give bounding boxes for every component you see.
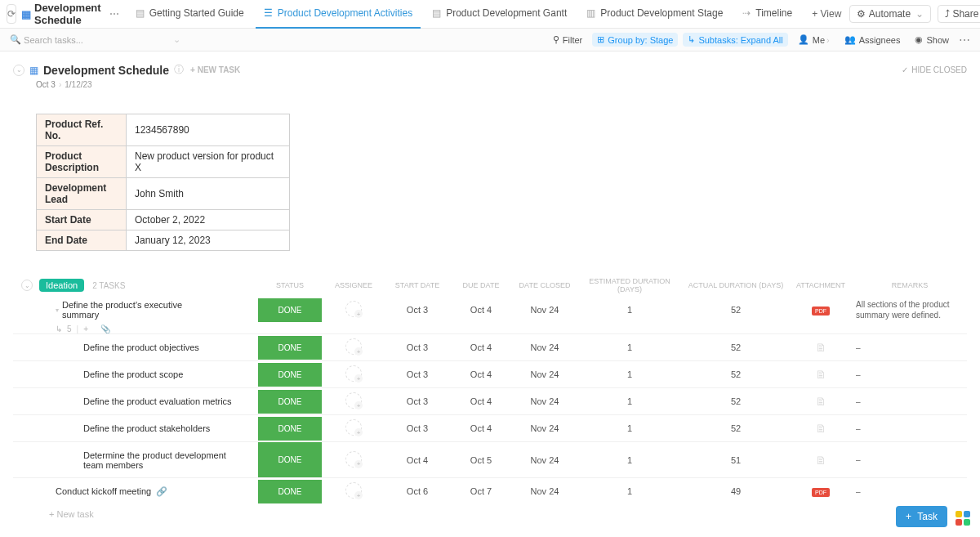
attachment-placeholder-icon[interactable]: 🗎 <box>815 395 826 408</box>
task-row[interactable]: Determine the product development team m… <box>13 441 967 477</box>
collapse-group-toggle[interactable]: ⌄ <box>21 280 33 291</box>
column-header[interactable]: START DATE <box>385 281 449 289</box>
status-cell[interactable]: DONE <box>258 480 322 503</box>
date-closed-cell[interactable]: Nov 24 <box>513 451 577 469</box>
pdf-attachment-icon[interactable]: PDF <box>812 307 830 315</box>
tab-getting-started[interactable]: ▤Getting Started Guide <box>127 0 252 29</box>
new-task-inline-button[interactable]: + New task <box>13 504 967 524</box>
task-row[interactable]: Conduct kickoff meeting🔗 DONE Oct 6 Oct … <box>13 477 967 504</box>
task-name[interactable]: Determine the product development team m… <box>13 446 258 474</box>
actual-duration-cell[interactable]: 52 <box>683 365 789 383</box>
task-row[interactable]: Define the product stakeholders DONE Oct… <box>13 414 967 441</box>
actual-duration-cell[interactable]: 52 <box>683 419 789 437</box>
tab-product-dev-activities[interactable]: ☰Product Development Activities <box>256 0 421 29</box>
add-assignee-icon[interactable] <box>345 301 362 317</box>
tab-product-dev-gantt[interactable]: ▤Product Development Gantt <box>424 0 575 29</box>
new-task-button[interactable]: + NEW TASK <box>190 65 240 74</box>
filter-button[interactable]: ⚲Filter <box>548 33 587 47</box>
column-header[interactable]: ASSIGNEE <box>322 281 385 289</box>
estimated-duration-cell[interactable]: 1 <box>577 392 683 410</box>
remarks-cell[interactable]: – <box>853 482 967 501</box>
actual-duration-cell[interactable]: 52 <box>683 392 789 410</box>
date-closed-cell[interactable]: Nov 24 <box>513 365 577 383</box>
actual-duration-cell[interactable]: 52 <box>683 338 789 356</box>
tab-timeline[interactable]: ⇢Timeline <box>734 0 800 29</box>
group-header[interactable]: ⌄ Research 4 TASKS <box>13 534 258 537</box>
add-assignee-icon[interactable] <box>345 482 362 499</box>
estimated-duration-cell[interactable]: 1 <box>577 365 683 383</box>
more-button[interactable]: ⋯ <box>959 34 970 47</box>
task-row[interactable]: Define the product objectives DONE Oct 3… <box>13 333 967 360</box>
group-by-button[interactable]: ⊞Group by: Stage <box>592 33 678 47</box>
task-row[interactable]: Define the product scope DONE Oct 3 Oct … <box>13 360 967 387</box>
due-date-cell[interactable]: Oct 4 <box>449 301 513 319</box>
automate-button[interactable]: ⚙ Automate⌄ <box>849 5 931 23</box>
due-date-cell[interactable]: Oct 4 <box>449 392 513 410</box>
column-header[interactable]: ATTACHMENT <box>789 281 853 289</box>
assignee-cell[interactable] <box>322 478 385 504</box>
due-date-cell[interactable]: Oct 5 <box>449 451 513 469</box>
due-date-cell[interactable]: Oct 4 <box>449 365 513 383</box>
attachment-cell[interactable]: PDF <box>789 301 853 320</box>
add-assignee-icon[interactable] <box>345 392 362 409</box>
list-more-button[interactable]: ⋯ <box>105 8 124 20</box>
remarks-cell[interactable]: All sections of the product summary were… <box>853 295 967 324</box>
status-cell[interactable]: DONE <box>258 363 322 387</box>
show-button[interactable]: ◉Show <box>910 33 954 47</box>
estimated-duration-cell[interactable]: 1 <box>577 482 683 500</box>
share-button[interactable]: ⤴ Share <box>938 5 980 23</box>
actual-duration-cell[interactable]: 52 <box>683 301 789 319</box>
assignee-cell[interactable] <box>322 415 385 441</box>
due-date-cell[interactable]: Oct 4 <box>449 338 513 356</box>
remarks-cell[interactable]: – <box>853 338 967 357</box>
task-name[interactable]: Define the product stakeholders <box>13 419 258 437</box>
date-closed-cell[interactable]: Nov 24 <box>513 338 577 356</box>
remarks-cell[interactable]: – <box>853 419 967 438</box>
date-closed-cell[interactable]: Nov 24 <box>513 392 577 410</box>
task-row[interactable]: ▾Define the product's executive summary … <box>13 295 967 324</box>
attach-icon[interactable]: 📎 <box>100 324 110 333</box>
reload-button[interactable]: ⟳ <box>7 4 16 24</box>
start-date-cell[interactable]: Oct 3 <box>385 392 449 410</box>
attachment-cell[interactable]: 🗎 <box>789 450 853 471</box>
start-date-cell[interactable]: Oct 4 <box>385 451 449 469</box>
estimated-duration-cell[interactable]: 1 <box>577 338 683 356</box>
task-row[interactable]: Define the product evaluation metrics DO… <box>13 387 967 414</box>
start-date-cell[interactable]: Oct 3 <box>385 365 449 383</box>
attachment-placeholder-icon[interactable]: 🗎 <box>815 368 826 381</box>
start-date-cell[interactable]: Oct 6 <box>385 482 449 500</box>
estimated-duration-cell[interactable]: 1 <box>577 419 683 437</box>
attachment-placeholder-icon[interactable]: 🗎 <box>815 341 826 354</box>
new-task-floating-button[interactable]: + Task <box>896 506 947 527</box>
add-view-button[interactable]: + View <box>804 8 849 20</box>
add-assignee-icon[interactable] <box>345 338 362 355</box>
subtask-indicator[interactable]: ↳ 5 | + 📎 <box>13 324 967 333</box>
remarks-cell[interactable]: – <box>853 365 967 384</box>
status-cell[interactable]: DONE <box>258 298 322 322</box>
assignee-cell[interactable] <box>322 361 385 387</box>
assignee-cell[interactable] <box>322 334 385 360</box>
task-name[interactable]: Define the product objectives <box>13 338 258 356</box>
due-date-cell[interactable]: Oct 7 <box>449 482 513 500</box>
status-cell[interactable]: DONE <box>258 417 322 441</box>
task-name[interactable]: ▾Define the product's executive summary <box>13 296 258 324</box>
tab-product-dev-stage[interactable]: ▥Product Development Stage <box>578 0 731 29</box>
search-input[interactable]: 🔍 Search tasks... ⌄ <box>10 34 543 45</box>
estimated-duration-cell[interactable]: 1 <box>577 451 683 469</box>
column-header[interactable]: DUE DATE <box>449 281 513 289</box>
attachment-cell[interactable]: 🗎 <box>789 418 853 439</box>
estimated-duration-cell[interactable]: 1 <box>577 301 683 319</box>
date-closed-cell[interactable]: Nov 24 <box>513 419 577 437</box>
info-icon[interactable]: ⓘ <box>174 63 184 77</box>
me-button[interactable]: 👤Me› <box>793 33 835 47</box>
status-cell[interactable]: DONE <box>258 390 322 414</box>
subtasks-button[interactable]: ↳Subtasks: Expand All <box>683 33 787 47</box>
list-title[interactable]: ▦ Development Schedule <box>21 2 101 26</box>
task-name[interactable]: Conduct kickoff meeting🔗 <box>13 482 258 501</box>
collapse-toggle[interactable]: ⌄ <box>13 65 24 76</box>
task-name[interactable]: Define the product evaluation metrics <box>13 392 258 410</box>
date-closed-cell[interactable]: Nov 24 <box>513 482 577 500</box>
column-header[interactable]: STATUS <box>258 281 322 289</box>
attachment-cell[interactable]: 🗎 <box>789 391 853 412</box>
add-assignee-icon[interactable] <box>345 451 362 468</box>
